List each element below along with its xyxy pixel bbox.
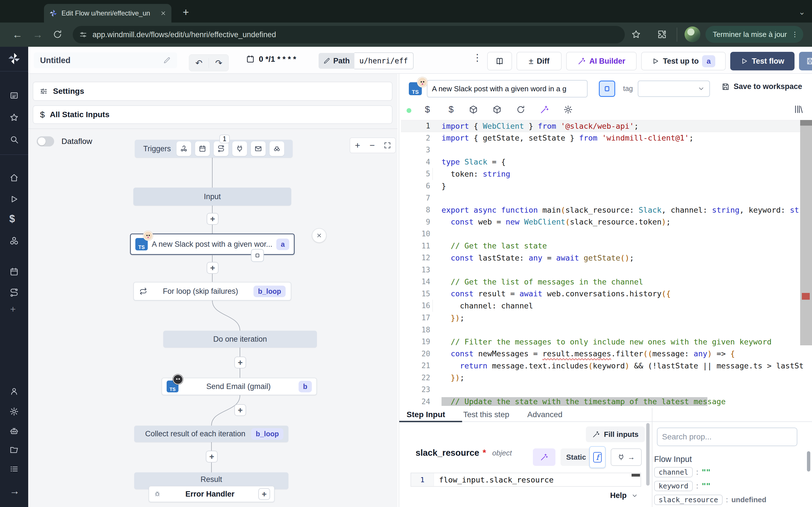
favorites-star-icon[interactable]	[9, 113, 19, 122]
add-error-handler-button[interactable]: +	[258, 488, 270, 500]
email-step-node[interactable]: TS Send Email (gmail) b	[161, 378, 317, 395]
email-trigger-icon[interactable]	[251, 142, 266, 156]
slack-step-node[interactable]: TS A new Slack post with a given wor... …	[130, 234, 295, 255]
code-editor[interactable]: 1import { WebClient } from '@slack/web-a…	[401, 120, 812, 408]
code-line[interactable]: 9 const web = new WebClient(slack_resour…	[401, 216, 812, 228]
prop-pill[interactable]: channel	[654, 467, 693, 477]
error-handler-node[interactable]: Error Handler +	[149, 486, 274, 502]
forloop-node[interactable]: For loop (skip failures) b_loop	[133, 282, 291, 300]
variable-dollar-icon[interactable]: $	[445, 103, 457, 115]
test-flow-button[interactable]: Test flow	[730, 52, 795, 70]
windmill-logo-icon[interactable]	[7, 52, 21, 65]
path-value-field[interactable]: u/henri/eff	[354, 52, 414, 69]
library-icon[interactable]	[794, 104, 804, 114]
refresh-icon[interactable]	[516, 105, 525, 114]
workers-robot-icon[interactable]	[9, 427, 19, 436]
apps-icon[interactable]	[9, 91, 19, 100]
redo-icon[interactable]: ↷	[209, 58, 229, 68]
javascript-expr-toggle[interactable]: f	[589, 446, 606, 468]
right-column-scrollbar[interactable]	[807, 451, 810, 471]
poll-trigger-icon[interactable]	[269, 142, 284, 156]
tab-advanced[interactable]: Advanced	[527, 410, 562, 419]
tab-search-chevron-icon[interactable]: ⌄	[799, 7, 805, 17]
fill-inputs-button[interactable]: Fill inputs	[586, 427, 645, 442]
add-step-button[interactable]: +	[206, 451, 218, 462]
runs-play-icon[interactable]	[9, 194, 19, 204]
flow-input-prop-row[interactable]: channel:""	[654, 467, 784, 477]
triggers-node[interactable]: Triggers 1	[135, 140, 293, 158]
flow-input-prop-row[interactable]: slack_resource:undefined	[654, 495, 784, 505]
package-icon[interactable]	[492, 105, 502, 114]
add-icon[interactable]: +	[10, 304, 16, 315]
tab-test-this-step[interactable]: Test this step	[463, 410, 509, 419]
test-up-to-button[interactable]: Test up to a	[641, 52, 726, 70]
delete-step-button[interactable]	[312, 228, 326, 243]
prop-ai-wand-button[interactable]	[533, 448, 555, 466]
code-line[interactable]: 21 return message.text.includes(keyword)…	[401, 360, 812, 372]
code-line[interactable]: 18	[401, 324, 812, 336]
code-line[interactable]: 7	[401, 192, 812, 204]
search-icon[interactable]	[9, 135, 19, 144]
routes-icon[interactable]	[9, 288, 19, 297]
ai-builder-button[interactable]: AI Builder	[566, 52, 637, 70]
variables-dollar-icon[interactable]: $	[9, 213, 15, 225]
concurrency-checkbox-button[interactable]	[599, 80, 615, 97]
prop-pill[interactable]: slack_resource	[654, 495, 723, 505]
slack-step-node-inner[interactable]: TS A new Slack post with a given wor... …	[130, 233, 295, 255]
flow-input-prop-row[interactable]: keyword:""	[654, 481, 784, 491]
add-step-button[interactable]: +	[234, 404, 246, 416]
schedule-summary[interactable]: 0 */1 * * * *	[246, 55, 296, 64]
flow-name-field[interactable]: Untitled	[34, 52, 177, 68]
code-line[interactable]: 3	[401, 144, 812, 156]
code-line[interactable]: 5 token: string	[401, 168, 812, 180]
chrome-update-button[interactable]: Terminer la mise à jour ⋮	[705, 26, 803, 43]
connect-input-button[interactable]: →	[611, 448, 642, 466]
editor-scrollbar-thumb[interactable]	[800, 120, 812, 126]
extensions-puzzle-icon[interactable]	[657, 29, 667, 40]
home-icon[interactable]	[9, 173, 19, 182]
code-line[interactable]: 15 const result = await web.conversation…	[401, 288, 812, 300]
code-line[interactable]: 11 // Get the last state	[401, 240, 812, 252]
add-step-button[interactable]: +	[207, 262, 218, 274]
reload-icon[interactable]	[52, 29, 63, 40]
code-line[interactable]: 23	[401, 384, 812, 396]
bookmark-star-icon[interactable]	[631, 29, 641, 40]
code-line[interactable]: 22 });	[401, 372, 812, 384]
code-line[interactable]: 1import { WebClient } from '@slack/web-a…	[401, 120, 812, 132]
editor-scrollbar[interactable]	[800, 120, 812, 345]
code-line[interactable]: 13	[401, 264, 812, 276]
code-line[interactable]: 2import { getState, setState } from 'win…	[401, 132, 812, 144]
forward-icon[interactable]: →	[33, 29, 43, 41]
tag-select[interactable]	[638, 80, 710, 97]
package-icon[interactable]	[469, 105, 478, 114]
collect-node[interactable]: Collect result of each iteration b_loop	[134, 426, 289, 442]
new-tab-icon[interactable]: +	[183, 6, 189, 18]
editor-settings-gear-icon[interactable]	[563, 105, 573, 114]
input-node[interactable]: Input	[133, 187, 291, 206]
add-step-button[interactable]: +	[234, 356, 246, 369]
code-line[interactable]: 17 });	[401, 312, 812, 324]
add-step-button[interactable]: +	[207, 213, 218, 225]
schedules-calendar-icon[interactable]	[9, 267, 19, 277]
folders-icon[interactable]	[9, 445, 19, 455]
save-to-workspace-button[interactable]: Save to workspace	[721, 82, 802, 91]
webhook-trigger-icon[interactable]	[176, 142, 191, 156]
back-icon[interactable]: ←	[12, 29, 22, 41]
search-prop-input[interactable]: Search prop...	[657, 428, 797, 446]
rename-pencil-icon[interactable]	[163, 56, 171, 64]
tune-icon[interactable]	[79, 31, 87, 39]
more-kebab-icon[interactable]: ⋮	[472, 52, 482, 63]
code-line[interactable]: 14 // Get the list of messages in the ch…	[401, 276, 812, 288]
tab-step-input[interactable]: Step Input	[407, 410, 445, 419]
schedule-trigger-icon[interactable]	[195, 142, 210, 156]
profile-avatar[interactable]	[684, 26, 700, 42]
code-line[interactable]: 20 const newMessages = result.messages.f…	[401, 348, 812, 360]
skip-step-button[interactable]	[251, 249, 264, 262]
websocket-trigger-icon[interactable]	[232, 142, 247, 156]
expr-editor[interactable]: 1 flow_input.slack_resource	[410, 473, 641, 487]
resources-cubes-icon[interactable]	[9, 236, 19, 245]
chrome-menu-kebab-icon[interactable]: ⋮	[792, 31, 798, 38]
code-line[interactable]: 19 // Filter the messages to only includ…	[401, 336, 812, 348]
sidebar-collapse-arrow-icon[interactable]: →	[10, 485, 20, 497]
url-bar[interactable]: app.windmill.dev/flows/edit/u/henri/effe…	[73, 26, 625, 43]
